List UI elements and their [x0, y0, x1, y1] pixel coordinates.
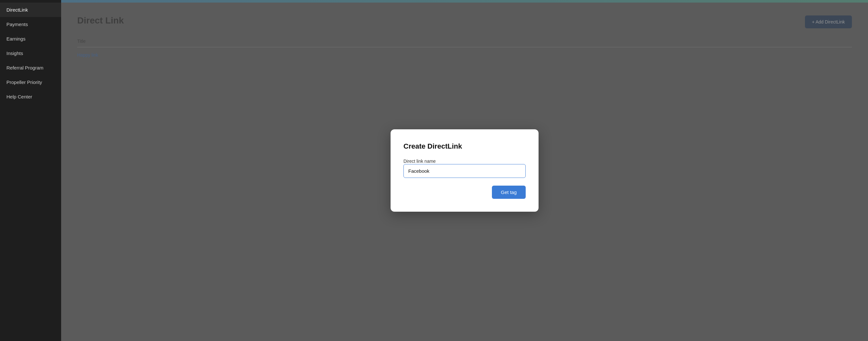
- modal-field-label: Direct link name: [403, 159, 436, 164]
- sidebar-item-referral-program[interactable]: Referral Program: [0, 60, 61, 75]
- sidebar-item-earnings[interactable]: Earnings: [0, 32, 61, 46]
- modal-title: Create DirectLink: [403, 142, 526, 151]
- sidebar-item-payments[interactable]: Payments: [0, 17, 61, 32]
- directlink-name-input[interactable]: [403, 164, 526, 178]
- sidebar: DirectLink Payments Earnings Insights Re…: [0, 0, 61, 341]
- get-tag-button[interactable]: Get tag: [492, 186, 526, 199]
- sidebar-item-help-center[interactable]: Help Center: [0, 89, 61, 104]
- sidebar-item-directlink[interactable]: DirectLink: [0, 3, 61, 17]
- create-directlink-modal: Create DirectLink Direct link name Get t…: [391, 129, 538, 212]
- sidebar-item-propeller-priority[interactable]: Propeller Priority: [0, 75, 61, 89]
- modal-overlay: Create DirectLink Direct link name Get t…: [61, 0, 868, 341]
- main-content: Direct Link + Add DirectLink Title Happy…: [61, 0, 868, 341]
- sidebar-item-insights[interactable]: Insights: [0, 46, 61, 60]
- modal-footer: Get tag: [403, 186, 526, 199]
